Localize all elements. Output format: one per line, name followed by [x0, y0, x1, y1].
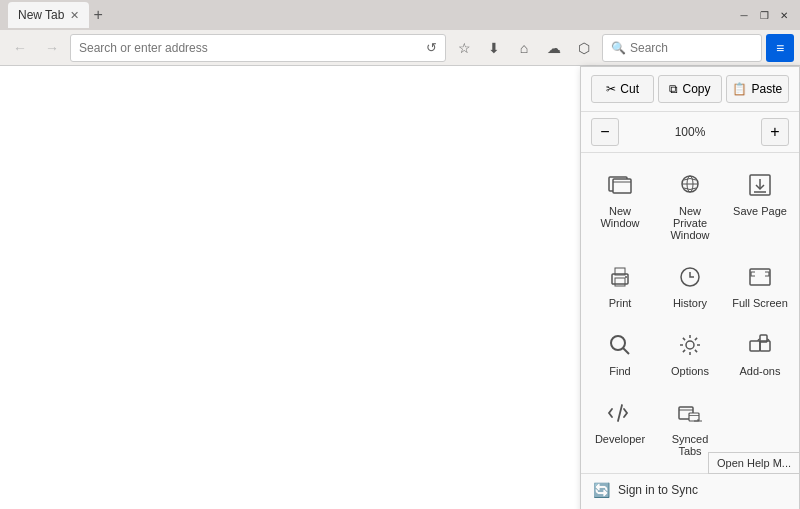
options-icon: [674, 329, 706, 361]
new-window-label: New Window: [591, 205, 649, 229]
refresh-icon[interactable]: ↺: [426, 40, 437, 55]
full-screen-icon: [744, 261, 776, 293]
home-icon[interactable]: ⌂: [510, 34, 538, 62]
developer-label: Developer: [595, 433, 645, 445]
svg-point-18: [686, 341, 694, 349]
new-tab-button[interactable]: +: [93, 7, 102, 23]
options-label: Options: [671, 365, 709, 377]
tab-label: New Tab: [18, 8, 64, 22]
svg-rect-11: [615, 278, 625, 286]
sign-in-sync-button[interactable]: 🔄 Sign in to Sync: [581, 474, 799, 506]
cut-button[interactable]: ✂ Cut: [591, 75, 654, 103]
svg-line-17: [623, 348, 629, 354]
sync-icon[interactable]: ☁: [540, 34, 568, 62]
pocket-icon[interactable]: ⬡: [570, 34, 598, 62]
nav-icons: ☆ ⬇ ⌂ ☁ ⬡: [450, 34, 598, 62]
svg-rect-19: [750, 341, 760, 351]
tab-close-button[interactable]: ✕: [70, 9, 79, 22]
find-icon: [604, 329, 636, 361]
history-icon: [674, 261, 706, 293]
download-icon[interactable]: ⬇: [480, 34, 508, 62]
tooltip: Open Help M...: [708, 452, 800, 474]
history-button[interactable]: History: [657, 253, 723, 317]
nav-bar: ← → ↺ ☆ ⬇ ⌂ ☁ ⬡ 🔍 ≡: [0, 30, 800, 66]
active-tab[interactable]: New Tab ✕: [8, 2, 89, 28]
print-label: Print: [609, 297, 632, 309]
full-screen-button[interactable]: Full Screen: [727, 253, 793, 317]
new-private-window-button[interactable]: New Private Window: [657, 161, 723, 249]
new-private-window-icon: [674, 169, 706, 201]
print-icon: [604, 261, 636, 293]
zoom-value: 100%: [623, 125, 757, 139]
edit-row: ✂ Cut ⧉ Copy 📋 Paste: [581, 67, 799, 112]
new-window-button[interactable]: New Window: [587, 161, 653, 249]
window-controls: ─ ❐ ✕: [736, 7, 792, 23]
add-ons-label: Add-ons: [740, 365, 781, 377]
zoom-row: − 100% +: [581, 112, 799, 153]
find-button[interactable]: Find: [587, 321, 653, 385]
full-screen-label: Full Screen: [732, 297, 788, 309]
copy-button[interactable]: ⧉ Copy: [658, 75, 721, 103]
paste-button[interactable]: 📋 Paste: [726, 75, 789, 103]
search-input[interactable]: [630, 41, 753, 55]
zoom-in-button[interactable]: +: [761, 118, 789, 146]
history-label: History: [673, 297, 707, 309]
options-button[interactable]: Options: [657, 321, 723, 385]
copy-icon: ⧉: [669, 82, 678, 96]
print-button[interactable]: Print: [587, 253, 653, 317]
minimize-button[interactable]: ─: [736, 7, 752, 23]
add-ons-button[interactable]: Add-ons: [727, 321, 793, 385]
save-page-label: Save Page: [733, 205, 787, 217]
title-bar: New Tab ✕ + ─ ❐ ✕: [0, 0, 800, 30]
zoom-out-button[interactable]: −: [591, 118, 619, 146]
new-window-icon: [604, 169, 636, 201]
save-page-icon: [744, 169, 776, 201]
tab-area: New Tab ✕ +: [8, 2, 736, 28]
search-box[interactable]: 🔍: [602, 34, 762, 62]
find-label: Find: [609, 365, 630, 377]
forward-button[interactable]: →: [38, 34, 66, 62]
close-window-button[interactable]: ✕: [776, 7, 792, 23]
search-icon: 🔍: [611, 41, 626, 55]
new-private-window-label: New Private Window: [661, 205, 719, 241]
developer-button[interactable]: Developer: [587, 389, 653, 465]
menu-button[interactable]: ≡: [766, 34, 794, 62]
back-button[interactable]: ←: [6, 34, 34, 62]
svg-point-16: [611, 336, 625, 350]
cut-icon: ✂: [606, 82, 616, 96]
menu-icons-grid: New Window New Private Window: [581, 153, 799, 474]
address-input[interactable]: [79, 41, 426, 55]
svg-point-13: [625, 276, 627, 278]
developer-icon: [604, 397, 636, 429]
sign-in-label: Sign in to Sync: [618, 483, 698, 497]
sync-circle-icon: 🔄: [593, 482, 610, 498]
svg-rect-15: [750, 269, 770, 285]
restore-button[interactable]: ❐: [756, 7, 772, 23]
synced-tabs-icon: [674, 397, 706, 429]
svg-rect-2: [613, 179, 631, 193]
dropdown-menu: ✂ Cut ⧉ Copy 📋 Paste − 100% + N: [580, 66, 800, 509]
back-icon: ←: [13, 40, 27, 56]
bookmark-icon[interactable]: ☆: [450, 34, 478, 62]
forward-icon: →: [45, 40, 59, 56]
add-ons-icon: [744, 329, 776, 361]
save-page-button[interactable]: Save Page: [727, 161, 793, 249]
address-bar[interactable]: ↺: [70, 34, 446, 62]
paste-icon: 📋: [732, 82, 747, 96]
